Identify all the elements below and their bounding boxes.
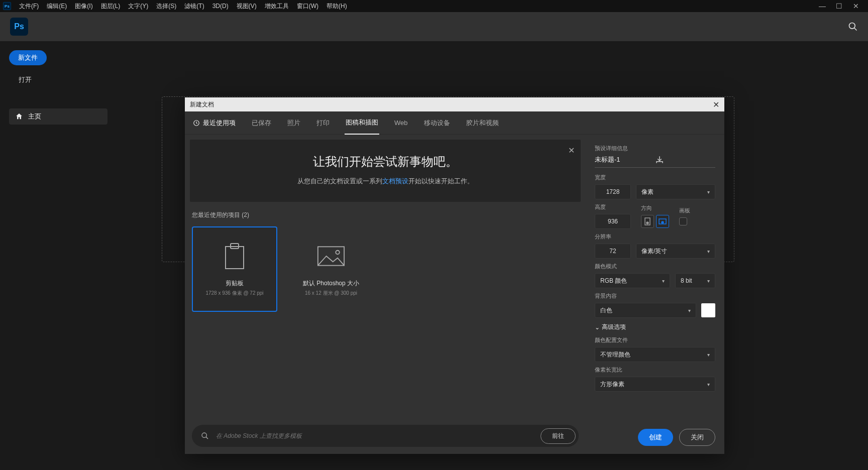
adobe-stock-search: 前往 xyxy=(192,425,579,447)
menu-window[interactable]: 窗口(W) xyxy=(293,2,322,11)
chevron-down-icon: ⌄ xyxy=(595,324,600,331)
tab-film[interactable]: 胶片和视频 xyxy=(465,111,500,135)
new-document-dialog: 新建文档 ✕ 最近使用项 已保存 照片 打印 图稿和插图 Web 移动设备 胶片… xyxy=(185,97,724,454)
clock-icon xyxy=(193,120,200,127)
preset-name: 默认 Photoshop 大小 xyxy=(303,279,359,288)
menu-view[interactable]: 视图(V) xyxy=(233,2,261,11)
orientation-landscape[interactable] xyxy=(656,215,669,228)
background-select[interactable]: 白色▾ xyxy=(595,303,696,318)
colorprofile-select[interactable]: 不管理颜色▾ xyxy=(595,347,715,362)
dialog-left-pane: ✕ 让我们开始尝试新事物吧。 从您自己的文档设置或一系列文档预设开始以快速开始工… xyxy=(185,135,586,454)
height-label: 高度 xyxy=(595,203,631,211)
svg-rect-5 xyxy=(318,247,344,265)
colormode-select[interactable]: RGB 颜色▾ xyxy=(595,273,670,288)
document-name-field[interactable]: 未标题-1 xyxy=(595,155,655,164)
preset-clipboard[interactable]: 剪贴板 868 x 470 像素 @ 72 ppi xyxy=(192,226,277,312)
banner-close-icon[interactable]: ✕ xyxy=(566,144,577,157)
home-icon xyxy=(15,112,23,121)
tab-print[interactable]: 打印 xyxy=(315,111,331,135)
resolution-unit-select[interactable]: 像素/英寸▾ xyxy=(636,244,715,259)
menu-filter[interactable]: 滤镜(T) xyxy=(180,2,208,11)
main-area: 新文件 打开 主页 新建文档 ✕ 最近使用项 已保存 照片 打印 图稿和插图 W… xyxy=(0,41,868,470)
svg-point-6 xyxy=(336,250,339,254)
menu-edit[interactable]: 编辑(E) xyxy=(43,2,71,11)
chevron-down-icon: ▾ xyxy=(688,308,691,313)
colorprofile-label: 颜色配置文件 xyxy=(595,336,715,344)
search-icon xyxy=(201,432,209,440)
menu-help[interactable]: 帮助(H) xyxy=(322,2,351,11)
dialog-close-icon[interactable]: ✕ xyxy=(713,100,719,109)
pixelaspect-select[interactable]: 方形像素▾ xyxy=(595,377,715,392)
menu-file[interactable]: 文件(F) xyxy=(15,2,43,11)
preset-name: 剪贴板 xyxy=(226,279,244,288)
svg-point-10 xyxy=(646,222,648,224)
advanced-toggle[interactable]: ⌄ 高级选项 xyxy=(595,323,715,331)
menu-bar: Ps 文件(F) 编辑(E) 图像(I) 图层(L) 文字(Y) 选择(S) 滤… xyxy=(0,0,868,12)
tab-recent[interactable]: 最近使用项 xyxy=(192,111,237,135)
background-label: 背景内容 xyxy=(595,292,715,300)
orientation-label: 方向 xyxy=(641,204,669,212)
height-input[interactable]: 936 xyxy=(595,214,631,229)
tab-photo[interactable]: 照片 xyxy=(286,111,301,135)
menu-select[interactable]: 选择(S) xyxy=(152,2,180,11)
ps-small-icon: Ps xyxy=(3,2,11,10)
dialog-title: 新建文档 xyxy=(190,100,214,109)
left-sidebar: 新文件 打开 主页 xyxy=(0,41,116,470)
top-bar: Ps xyxy=(0,12,868,41)
width-unit-select[interactable]: 像素▾ xyxy=(636,184,715,199)
svg-line-8 xyxy=(206,437,208,439)
artboard-label: 画板 xyxy=(679,207,690,214)
menu-plugins[interactable]: 增效工具 xyxy=(261,2,293,11)
chevron-down-icon: ▾ xyxy=(707,189,710,195)
menu-layer[interactable]: 图层(L) xyxy=(97,2,125,11)
maximize-icon[interactable]: ☐ xyxy=(836,2,842,10)
tab-artillustration[interactable]: 图稿和插图 xyxy=(345,111,379,135)
chevron-down-icon: ▾ xyxy=(707,352,710,358)
svg-line-1 xyxy=(854,28,857,31)
close-window-icon[interactable]: ✕ xyxy=(853,2,859,10)
doc-presets-link[interactable]: 文档预设 xyxy=(382,177,408,185)
save-preset-icon[interactable] xyxy=(655,155,715,164)
colormode-label: 颜色模式 xyxy=(595,263,715,270)
create-button[interactable]: 创建 xyxy=(638,429,673,446)
dialog-titlebar: 新建文档 ✕ xyxy=(185,97,724,111)
resolution-input[interactable]: 72 xyxy=(595,244,631,259)
artboard-checkbox[interactable] xyxy=(679,217,687,225)
tab-saved[interactable]: 已保存 xyxy=(251,111,272,135)
tab-mobile[interactable]: 移动设备 xyxy=(423,111,451,135)
menu-type[interactable]: 文字(Y) xyxy=(124,2,152,11)
sidebar-item-home[interactable]: 主页 xyxy=(9,108,107,125)
preset-detail: 868 x 470 像素 @ 72 ppi xyxy=(205,290,263,297)
close-button[interactable]: 关闭 xyxy=(679,429,715,446)
search-icon[interactable] xyxy=(848,22,858,32)
orientation-portrait[interactable] xyxy=(641,215,654,228)
recent-items-label: 您最近使用的项目 (2) xyxy=(185,207,586,223)
stock-go-button[interactable]: 前往 xyxy=(540,428,576,444)
preset-details-panel: 预设详细信息 未标题-1 宽度 1728 像素▾ 高度 936 方向 xyxy=(586,135,724,454)
tab-web[interactable]: Web xyxy=(393,111,409,135)
clipboard-icon xyxy=(221,242,249,270)
preset-default-ps[interactable]: 默认 Photoshop 大小 16 x 12 厘米 @ 300 ppi xyxy=(288,226,374,312)
chevron-down-icon: ▾ xyxy=(707,382,710,387)
open-button[interactable]: 打开 xyxy=(9,75,41,84)
chevron-down-icon: ▾ xyxy=(707,278,710,284)
menu-image[interactable]: 图像(I) xyxy=(71,2,96,11)
tab-recent-label: 最近使用项 xyxy=(203,119,236,128)
chevron-down-icon: ▾ xyxy=(662,278,665,284)
image-icon xyxy=(317,242,345,270)
stock-search-input[interactable] xyxy=(216,432,533,439)
details-heading: 预设详细信息 xyxy=(595,145,715,152)
width-label: 宽度 xyxy=(595,174,715,181)
menu-3d[interactable]: 3D(D) xyxy=(208,3,233,10)
banner-text: 从您自己的文档设置或一系列文档预设开始以快速开始工作。 xyxy=(200,177,571,186)
bitdepth-select[interactable]: 8 bit▾ xyxy=(675,273,715,288)
minimize-icon[interactable]: — xyxy=(819,2,825,10)
window-controls: — ☐ ✕ xyxy=(819,2,865,10)
width-input[interactable]: 1728 xyxy=(595,184,631,199)
preset-detail: 16 x 12 厘米 @ 300 ppi xyxy=(305,290,357,297)
new-file-button[interactable]: 新文件 xyxy=(9,50,47,65)
background-swatch[interactable] xyxy=(701,303,715,317)
preset-list: 剪贴板 868 x 470 像素 @ 72 ppi 默认 Photoshop … xyxy=(185,223,586,315)
sidebar-home-label: 主页 xyxy=(28,112,41,121)
pixelaspect-label: 像素长宽比 xyxy=(595,366,715,374)
